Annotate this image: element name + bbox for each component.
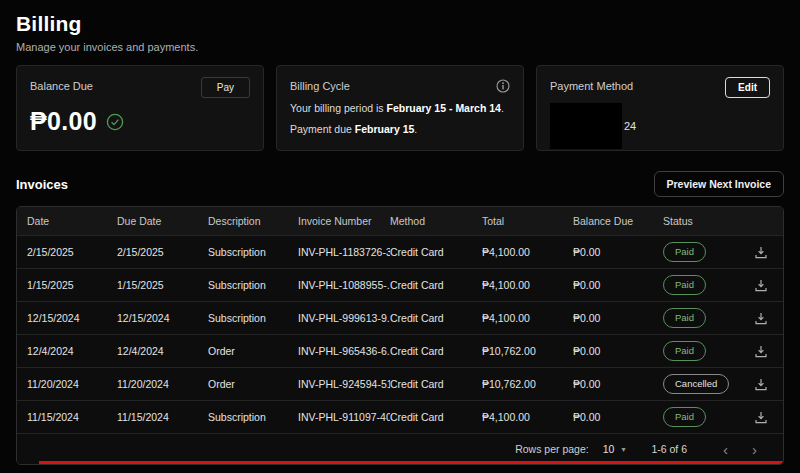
cell-date: 12/15/2024: [27, 312, 117, 324]
cell-due-date: 11/15/2024: [117, 411, 208, 423]
status-badge: Paid: [663, 308, 706, 328]
cell-balance-due: ₱0.00: [573, 411, 663, 423]
billing-cycle-card: Billing Cycle Your billing period is Feb…: [276, 65, 524, 151]
cell-invoice-number: INV-PHL-911097-40...: [298, 411, 390, 423]
download-invoice-icon[interactable]: [752, 409, 770, 426]
cell-download: [745, 277, 783, 294]
cell-balance-due: ₱0.00: [573, 378, 663, 390]
cell-status: Paid: [663, 308, 745, 328]
invoices-table: Date Due Date Description Invoice Number…: [16, 206, 784, 465]
download-invoice-icon[interactable]: [752, 277, 770, 294]
status-badge: Cancelled: [663, 374, 729, 394]
invoice-row: 12/15/2024 12/15/2024 Subscription INV-P…: [17, 301, 783, 334]
column-header-invoice-number: Invoice Number: [298, 215, 390, 227]
cell-download: [745, 376, 783, 393]
balance-due-card: Balance Due Pay ₱0.00: [16, 65, 264, 151]
pagination-range: 1-6 of 6: [651, 443, 687, 455]
cell-due-date: 2/15/2025: [117, 246, 208, 258]
card-last-digits: 24: [624, 120, 636, 132]
cell-method: Credit Card: [390, 411, 482, 423]
cell-total: ₱4,100.00: [482, 411, 573, 423]
cell-status: Paid: [663, 242, 745, 262]
summary-cards: Balance Due Pay ₱0.00 Billing Cycle: [16, 65, 784, 151]
column-header-description: Description: [208, 215, 298, 227]
download-invoice-icon[interactable]: [752, 343, 770, 360]
check-circle-icon: [106, 113, 124, 131]
cell-download: [745, 244, 783, 261]
cell-download: [745, 343, 783, 360]
pay-button[interactable]: Pay: [201, 77, 250, 98]
cell-date: 1/15/2025: [27, 279, 117, 291]
status-badge: Paid: [663, 275, 706, 295]
cell-invoice-number: INV-PHL-965436-6...: [298, 345, 390, 357]
download-invoice-icon[interactable]: [752, 244, 770, 261]
preview-next-invoice-button[interactable]: Preview Next Invoice: [654, 171, 784, 197]
cell-balance-due: ₱0.00: [573, 279, 663, 291]
column-header-status: Status: [663, 215, 745, 227]
chevron-down-icon: ▾: [621, 445, 625, 454]
billing-cycle-label: Billing Cycle: [290, 77, 350, 92]
cell-total: ₱4,100.00: [482, 246, 573, 258]
page-subtitle: Manage your invoices and payments.: [16, 41, 784, 53]
cell-due-date: 12/15/2024: [117, 312, 208, 324]
status-badge: Paid: [663, 341, 706, 361]
download-invoice-icon[interactable]: [752, 376, 770, 393]
payment-method-card: Payment Method Edit 24: [536, 65, 784, 151]
cell-date: 11/15/2024: [27, 411, 117, 423]
cell-invoice-number: INV-PHL-1183726-3...: [298, 246, 390, 258]
column-header-total: Total: [482, 215, 573, 227]
payment-due-text: Payment due February 15.: [290, 123, 510, 135]
rows-per-page-dropdown[interactable]: 10 ▾: [603, 443, 626, 455]
previous-page-button[interactable]: ‹: [711, 442, 740, 457]
cell-total: ₱4,100.00: [482, 312, 573, 324]
payment-method-label: Payment Method: [550, 77, 633, 92]
invoice-row: 11/20/2024 11/20/2024 Order INV-PHL-9245…: [17, 367, 783, 400]
cell-invoice-number: INV-PHL-1088955-...: [298, 279, 390, 291]
cell-method: Credit Card: [390, 345, 482, 357]
cell-description: Order: [208, 378, 298, 390]
column-header-date: Date: [27, 215, 117, 227]
cell-method: Credit Card: [390, 378, 482, 390]
cell-total: ₱10,762.00: [482, 378, 573, 390]
cell-status: Paid: [663, 407, 745, 427]
info-icon[interactable]: [496, 77, 510, 93]
next-page-button[interactable]: ›: [740, 442, 769, 457]
cell-balance-due: ₱0.00: [573, 312, 663, 324]
cell-due-date: 1/15/2025: [117, 279, 208, 291]
invoices-header: Invoices Preview Next Invoice: [16, 171, 784, 197]
invoices-heading: Invoices: [16, 177, 68, 192]
cell-date: 11/20/2024: [27, 378, 117, 390]
rows-per-page-label: Rows per page:: [515, 443, 589, 455]
cell-method: Credit Card: [390, 246, 482, 258]
invoice-row: 11/15/2024 11/15/2024 Subscription INV-P…: [17, 400, 783, 433]
invoice-row: 2/15/2025 2/15/2025 Subscription INV-PHL…: [17, 235, 783, 268]
cell-status: Cancelled: [663, 374, 745, 394]
cell-date: 12/4/2024: [27, 345, 117, 357]
table-footer: Rows per page: 10 ▾ 1-6 of 6 ‹ ›: [17, 433, 783, 464]
edit-payment-button[interactable]: Edit: [725, 77, 770, 98]
cell-description: Subscription: [208, 411, 298, 423]
cell-description: Subscription: [208, 246, 298, 258]
balance-amount: ₱0.00: [30, 107, 97, 136]
status-badge: Paid: [663, 242, 706, 262]
download-invoice-icon[interactable]: [752, 310, 770, 327]
column-header-method: Method: [390, 215, 482, 227]
billing-page: Billing Manage your invoices and payment…: [0, 0, 800, 465]
table-body: 2/15/2025 2/15/2025 Subscription INV-PHL…: [17, 235, 783, 433]
cell-due-date: 12/4/2024: [117, 345, 208, 357]
cell-total: ₱4,100.00: [482, 279, 573, 291]
cell-date: 2/15/2025: [27, 246, 117, 258]
cell-invoice-number: INV-PHL-999613-9...: [298, 312, 390, 324]
cell-download: [745, 409, 783, 426]
status-badge: Paid: [663, 407, 706, 427]
column-header-balance-due: Balance Due: [573, 215, 663, 227]
invoice-row: 12/4/2024 12/4/2024 Order INV-PHL-965436…: [17, 334, 783, 367]
rows-per-page-value: 10: [603, 443, 615, 455]
cell-status: Paid: [663, 275, 745, 295]
cell-method: Credit Card: [390, 279, 482, 291]
balance-due-label: Balance Due: [30, 77, 93, 92]
cell-due-date: 11/20/2024: [117, 378, 208, 390]
cell-description: Subscription: [208, 312, 298, 324]
table-header-row: Date Due Date Description Invoice Number…: [17, 207, 783, 235]
cell-description: Subscription: [208, 279, 298, 291]
